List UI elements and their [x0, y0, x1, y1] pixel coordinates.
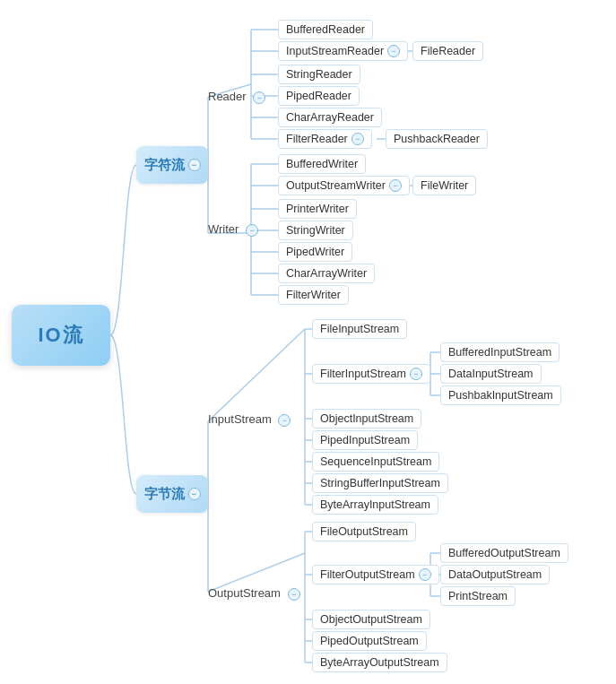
sub-cat-inputstream[interactable]: InputStream − — [208, 412, 291, 427]
leaf-bytearray-inputstream: ByteArrayInputStream — [312, 495, 438, 515]
cat-node-byte-stream[interactable]: 字节流 − — [136, 475, 208, 513]
collapse-icon-inputstream-reader[interactable]: − — [387, 45, 400, 57]
collapse-icon-filter-inputstream[interactable]: − — [410, 368, 422, 380]
leaf-buffered-writer: BufferedWriter — [278, 154, 366, 174]
cat-char-stream-label: 字符流 — [144, 157, 185, 174]
leaf-buffered-inputstream: BufferedInputStream — [440, 342, 560, 362]
svg-line-21 — [208, 329, 305, 421]
collapse-icon-byte-stream[interactable]: − — [188, 488, 201, 500]
collapse-icon-writer[interactable]: − — [246, 224, 258, 237]
leaf-data-outputstream: DataOutputStream — [440, 565, 550, 584]
collapse-icon-inputstream[interactable]: − — [278, 414, 291, 427]
leaf-data-inputstream: DataInputStream — [440, 364, 542, 384]
leaf-print-stream: PrintStream — [440, 586, 516, 606]
leaf-stringbuffer-inputstream: StringBufferInputStream — [312, 473, 448, 493]
leaf-filter-outputstream: FilterOutputStream − — [312, 565, 439, 584]
leaf-file-outputstream: FileOutputStream — [312, 522, 416, 541]
leaf-piped-reader: PipedReader — [278, 86, 360, 106]
sub-cat-writer[interactable]: Writer − — [208, 222, 258, 237]
leaf-filter-reader: FilterReader − — [278, 129, 372, 149]
cat-node-char-stream[interactable]: 字符流 − — [136, 146, 208, 184]
leaf-piped-outputstream: PipedOutputStream — [312, 631, 427, 651]
leaf-chararray-reader: CharArrayReader — [278, 108, 382, 127]
leaf-object-inputstream: ObjectInputStream — [312, 409, 421, 429]
collapse-icon-outputstream-writer[interactable]: − — [389, 179, 402, 192]
leaf-outputstream-writer: OutputStreamWriter − — [278, 176, 410, 195]
leaf-sequence-inputstream: SequenceInputStream — [312, 452, 439, 472]
root-label: IO流 — [38, 322, 83, 349]
leaf-file-inputstream: FileInputStream — [312, 319, 407, 339]
leaf-filter-inputstream: FilterInputStream − — [312, 364, 430, 384]
leaf-string-reader: StringReader — [278, 65, 360, 84]
leaf-printer-writer: PrinterWriter — [278, 199, 357, 219]
leaf-piped-writer: PipedWriter — [278, 242, 352, 262]
leaf-pushbak-inputstream: PushbakInputStream — [440, 385, 561, 405]
leaf-file-writer: FileWriter — [412, 176, 476, 195]
sub-cat-outputstream[interactable]: OutputStream − — [208, 586, 300, 601]
collapse-icon-char-stream[interactable]: − — [188, 159, 201, 171]
collapse-icon-reader[interactable]: − — [253, 91, 265, 104]
leaf-pushback-reader: PushbackReader — [386, 129, 488, 149]
leaf-buffered-outputstream: BufferedOutputStream — [440, 543, 568, 563]
leaf-inputstream-reader: InputStreamReader − — [278, 41, 408, 61]
mind-map: IO流 字符流 − Reader − BufferedReader InputS… — [0, 0, 616, 684]
collapse-icon-filter-reader[interactable]: − — [351, 133, 364, 145]
collapse-icon-filter-outputstream[interactable]: − — [419, 568, 431, 581]
cat-byte-stream-label: 字节流 — [144, 486, 185, 503]
leaf-object-outputstream: ObjectOutputStream — [312, 610, 430, 629]
collapse-icon-outputstream[interactable]: − — [288, 588, 300, 601]
leaf-bytearray-outputstream: ByteArrayOutputStream — [312, 653, 447, 672]
leaf-filter-writer: FilterWriter — [278, 285, 349, 305]
root-node: IO流 — [12, 305, 110, 366]
leaf-file-reader: FileReader — [412, 41, 483, 61]
leaf-string-writer: StringWriter — [278, 221, 353, 240]
leaf-buffered-reader: BufferedReader — [278, 20, 373, 39]
leaf-piped-inputstream: PipedInputStream — [312, 430, 418, 450]
sub-cat-reader[interactable]: Reader − — [208, 90, 265, 104]
leaf-chararray-writer: CharArrayWriter — [278, 264, 375, 283]
